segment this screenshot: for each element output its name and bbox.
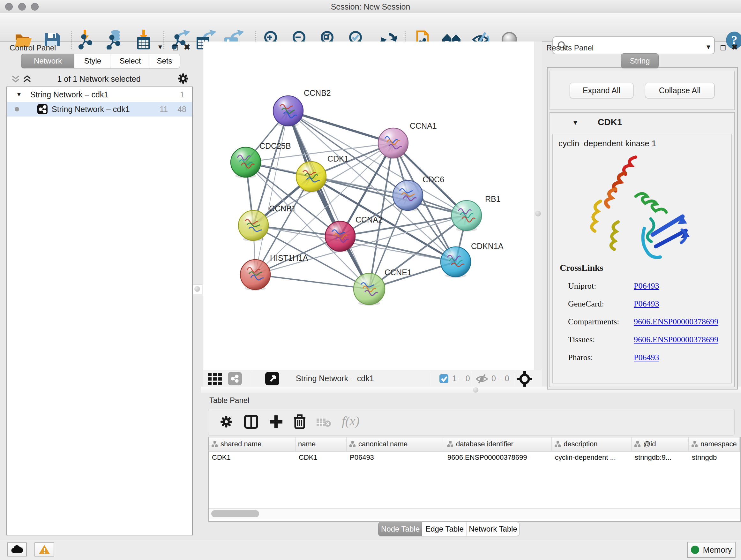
- edge-count: 48: [178, 105, 186, 114]
- tab-network-table[interactable]: Network Table: [467, 522, 520, 536]
- current-network-dot-icon: [15, 107, 19, 111]
- expand-collapse-bar: Expand All Collapse All: [549, 71, 735, 110]
- network-edge[interactable]: [340, 236, 456, 262]
- tab-edge-table[interactable]: Edge Table: [422, 522, 467, 536]
- network-tree: ▼ String Network – cdk1 1 String Network…: [6, 86, 193, 536]
- node-label: CDK1: [327, 154, 349, 163]
- right-splitter[interactable]: [534, 42, 542, 387]
- network-row-label: String Network – cdk1: [52, 105, 130, 114]
- network-view-title: String Network – cdk1: [296, 374, 374, 383]
- string-view-icon[interactable]: [227, 372, 242, 386]
- collapse-all-button[interactable]: Collapse All: [645, 83, 715, 98]
- network-edge[interactable]: [255, 111, 288, 274]
- node-table: shared namenamecanonical namedatabase id…: [208, 437, 741, 522]
- panel-collapse-button[interactable]: ▼: [157, 44, 163, 51]
- network-node[interactable]: [354, 273, 385, 305]
- tab-string-results[interactable]: String: [621, 53, 659, 68]
- table-settings-gear-icon[interactable]: [220, 416, 232, 428]
- network-options-gear-icon[interactable]: [178, 73, 188, 84]
- network-node[interactable]: [325, 221, 355, 251]
- node-label: CDC25B: [259, 141, 291, 150]
- table-cell[interactable]: CDK1: [209, 451, 295, 464]
- table-cell[interactable]: P06493: [347, 451, 444, 464]
- memory-button[interactable]: Memory: [687, 542, 736, 558]
- crosslinks-list: Uniprot:P06493GeneCard:P06493Compartment…: [568, 277, 728, 367]
- network-node[interactable]: [239, 210, 268, 240]
- table-column-header[interactable]: name: [295, 437, 347, 451]
- collection-label: String Network – cdk1: [30, 90, 109, 99]
- fit-selected-crosshair-icon[interactable]: [517, 371, 532, 387]
- add-column-plus-icon[interactable]: [269, 415, 283, 429]
- tab-select[interactable]: Select: [111, 54, 150, 68]
- network-view-toolbar: String Network – cdk1 1 – 0 0 – 0: [203, 370, 542, 387]
- panel-close-button[interactable]: ✖: [184, 43, 190, 52]
- table-cell[interactable]: 9606.ENSP00000378699: [444, 451, 552, 464]
- show-columns-icon[interactable]: [244, 415, 258, 429]
- network-node[interactable]: [273, 96, 303, 126]
- table-cell[interactable]: CDK1: [295, 451, 347, 464]
- table-column-header[interactable]: canonical name: [347, 437, 444, 451]
- network-node[interactable]: [296, 162, 326, 192]
- tab-style[interactable]: Style: [74, 54, 111, 68]
- selected-checkbox-icon[interactable]: [439, 374, 449, 383]
- left-splitter-handle[interactable]: [193, 285, 202, 294]
- network-node[interactable]: [441, 247, 471, 277]
- crosslink-link[interactable]: P06493: [634, 353, 659, 362]
- network-row-selected[interactable]: String Network – cdk1 11 48: [7, 102, 192, 117]
- node-label: RB1: [485, 194, 501, 203]
- table-panel-title: Table Panel: [209, 396, 249, 405]
- table-hscrollbar[interactable]: [209, 508, 740, 519]
- results-close-button[interactable]: ✖: [731, 43, 738, 52]
- results-collapse-button[interactable]: ▼: [705, 44, 712, 51]
- delete-table-icon: [316, 417, 332, 428]
- memory-label: Memory: [703, 545, 732, 555]
- network-node[interactable]: [378, 128, 408, 158]
- panel-float-button[interactable]: ◻: [172, 43, 179, 52]
- network-collection-row[interactable]: ▼ String Network – cdk1 1: [7, 87, 192, 102]
- table-cell[interactable]: stringdb: [689, 451, 740, 464]
- crosslink-link[interactable]: P06493: [634, 299, 659, 309]
- crosslink-link[interactable]: 9606.ENSP00000378699: [634, 317, 718, 327]
- grid-mode-icon[interactable]: [208, 373, 224, 386]
- window-title: Session: New Session: [0, 2, 741, 11]
- table-cell[interactable]: cyclin-dependent ...: [552, 451, 631, 464]
- results-panel-title: Results Panel: [546, 44, 594, 52]
- results-float-button[interactable]: ◻: [720, 43, 726, 52]
- network-node[interactable]: [231, 147, 261, 177]
- node-label: CDC6: [422, 175, 444, 184]
- table-column-header[interactable]: @id: [631, 437, 689, 451]
- table-column-header[interactable]: shared name: [209, 437, 295, 451]
- network-edge[interactable]: [288, 111, 393, 143]
- network-canvas[interactable]: CCNB2CCNA1CDC25BCDK1CDC6RB1CCNB1CCNA2CDK…: [203, 42, 534, 370]
- table-panel: Table Panel f(x) shared namenamecanonica…: [201, 393, 741, 540]
- crosslink-label: GeneCard:: [568, 299, 634, 309]
- network-node[interactable]: [452, 200, 482, 231]
- network-edge[interactable]: [255, 274, 369, 289]
- tree-expand-arrow-icon[interactable]: ▼: [16, 91, 22, 98]
- crosslink-link[interactable]: 9606.ENSP00000378699: [634, 335, 718, 345]
- gene-name: CDK1: [598, 117, 622, 127]
- hidden-eye-icon: [475, 374, 488, 384]
- tab-sets[interactable]: Sets: [149, 54, 180, 68]
- table-column-header[interactable]: description: [552, 437, 631, 451]
- control-panel: Control Panel ▼ ◻ ✖ Network Style Select…: [0, 42, 198, 537]
- tab-node-table[interactable]: Node Table: [378, 522, 422, 536]
- table-column-header[interactable]: namespace: [689, 437, 740, 451]
- birds-eye-view-icon[interactable]: [265, 372, 280, 386]
- cloud-status-button[interactable]: [7, 543, 27, 557]
- tab-network[interactable]: Network: [21, 54, 75, 68]
- network-graph[interactable]: CCNB2CCNA1CDC25BCDK1CDC6RB1CCNB1CCNA2CDK…: [203, 42, 534, 370]
- table-column-header[interactable]: database identifier: [444, 437, 552, 451]
- expand-all-button[interactable]: Expand All: [569, 83, 633, 98]
- node-label: CCNA2: [355, 215, 383, 224]
- table-row[interactable]: CDK1CDK1P064939606.ENSP00000378699cyclin…: [209, 451, 740, 464]
- network-nodes: CCNB2CCNA1CDC25BCDK1CDC6RB1CCNB1CCNA2CDK…: [231, 88, 503, 306]
- delete-column-trash-icon[interactable]: [293, 414, 306, 429]
- hidden-nodes-edges-count: 0 – 0: [491, 374, 509, 383]
- crosslink-link[interactable]: P06493: [634, 281, 659, 291]
- table-cell[interactable]: stringdb:9...: [631, 451, 689, 464]
- warnings-button[interactable]: [35, 543, 54, 557]
- section-collapse-arrow-icon[interactable]: ▼: [572, 119, 579, 126]
- crosslink-row: Compartments:9606.ENSP00000378699: [568, 313, 728, 331]
- hscrollbar-thumb[interactable]: [211, 510, 259, 517]
